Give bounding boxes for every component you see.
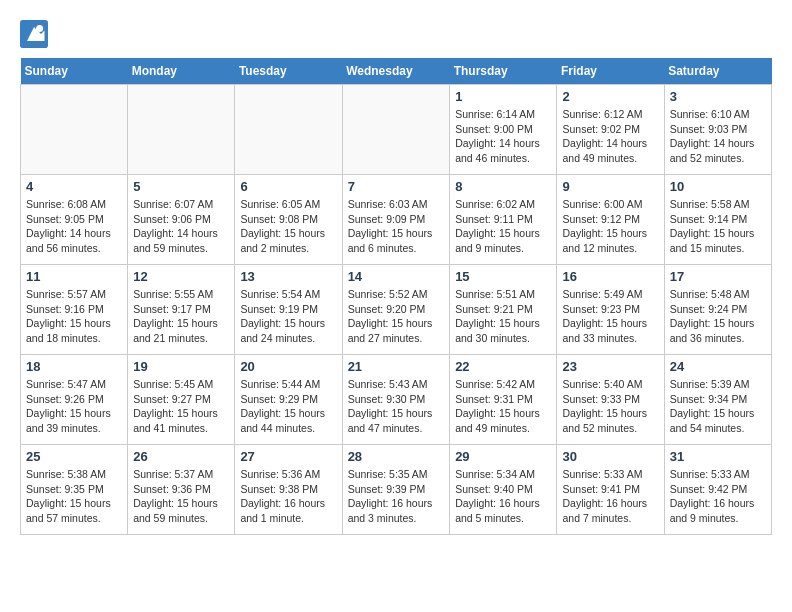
day-info: Sunrise: 6:08 AM Sunset: 9:05 PM Dayligh… <box>26 197 122 256</box>
day-info: Sunrise: 5:45 AM Sunset: 9:27 PM Dayligh… <box>133 377 229 436</box>
day-number: 3 <box>670 89 766 104</box>
day-info: Sunrise: 6:03 AM Sunset: 9:09 PM Dayligh… <box>348 197 445 256</box>
day-number: 21 <box>348 359 445 374</box>
day-info: Sunrise: 5:36 AM Sunset: 9:38 PM Dayligh… <box>240 467 336 526</box>
day-info: Sunrise: 5:35 AM Sunset: 9:39 PM Dayligh… <box>348 467 445 526</box>
day-number: 13 <box>240 269 336 284</box>
column-header-monday: Monday <box>128 58 235 85</box>
day-number: 20 <box>240 359 336 374</box>
calendar-cell: 17Sunrise: 5:48 AM Sunset: 9:24 PM Dayli… <box>664 265 771 355</box>
day-info: Sunrise: 5:57 AM Sunset: 9:16 PM Dayligh… <box>26 287 122 346</box>
day-info: Sunrise: 5:54 AM Sunset: 9:19 PM Dayligh… <box>240 287 336 346</box>
day-number: 9 <box>562 179 658 194</box>
day-number: 22 <box>455 359 551 374</box>
day-info: Sunrise: 5:39 AM Sunset: 9:34 PM Dayligh… <box>670 377 766 436</box>
day-number: 7 <box>348 179 445 194</box>
day-number: 11 <box>26 269 122 284</box>
column-header-saturday: Saturday <box>664 58 771 85</box>
day-info: Sunrise: 5:40 AM Sunset: 9:33 PM Dayligh… <box>562 377 658 436</box>
day-number: 28 <box>348 449 445 464</box>
calendar-cell: 20Sunrise: 5:44 AM Sunset: 9:29 PM Dayli… <box>235 355 342 445</box>
calendar-cell: 6Sunrise: 6:05 AM Sunset: 9:08 PM Daylig… <box>235 175 342 265</box>
day-info: Sunrise: 6:14 AM Sunset: 9:00 PM Dayligh… <box>455 107 551 166</box>
day-info: Sunrise: 5:33 AM Sunset: 9:41 PM Dayligh… <box>562 467 658 526</box>
day-info: Sunrise: 6:02 AM Sunset: 9:11 PM Dayligh… <box>455 197 551 256</box>
day-number: 19 <box>133 359 229 374</box>
day-number: 29 <box>455 449 551 464</box>
calendar-cell: 13Sunrise: 5:54 AM Sunset: 9:19 PM Dayli… <box>235 265 342 355</box>
calendar-week-row: 25Sunrise: 5:38 AM Sunset: 9:35 PM Dayli… <box>21 445 772 535</box>
day-info: Sunrise: 5:52 AM Sunset: 9:20 PM Dayligh… <box>348 287 445 346</box>
calendar-cell: 15Sunrise: 5:51 AM Sunset: 9:21 PM Dayli… <box>450 265 557 355</box>
column-header-thursday: Thursday <box>450 58 557 85</box>
day-info: Sunrise: 6:12 AM Sunset: 9:02 PM Dayligh… <box>562 107 658 166</box>
calendar-cell <box>342 85 450 175</box>
day-number: 5 <box>133 179 229 194</box>
calendar-cell: 25Sunrise: 5:38 AM Sunset: 9:35 PM Dayli… <box>21 445 128 535</box>
day-number: 15 <box>455 269 551 284</box>
calendar-week-row: 1Sunrise: 6:14 AM Sunset: 9:00 PM Daylig… <box>21 85 772 175</box>
day-info: Sunrise: 5:43 AM Sunset: 9:30 PM Dayligh… <box>348 377 445 436</box>
day-number: 24 <box>670 359 766 374</box>
calendar-table: SundayMondayTuesdayWednesdayThursdayFrid… <box>20 58 772 535</box>
day-info: Sunrise: 5:38 AM Sunset: 9:35 PM Dayligh… <box>26 467 122 526</box>
day-number: 30 <box>562 449 658 464</box>
day-info: Sunrise: 6:10 AM Sunset: 9:03 PM Dayligh… <box>670 107 766 166</box>
day-number: 2 <box>562 89 658 104</box>
day-info: Sunrise: 5:44 AM Sunset: 9:29 PM Dayligh… <box>240 377 336 436</box>
day-number: 4 <box>26 179 122 194</box>
calendar-cell: 28Sunrise: 5:35 AM Sunset: 9:39 PM Dayli… <box>342 445 450 535</box>
calendar-cell: 19Sunrise: 5:45 AM Sunset: 9:27 PM Dayli… <box>128 355 235 445</box>
day-info: Sunrise: 6:05 AM Sunset: 9:08 PM Dayligh… <box>240 197 336 256</box>
day-number: 31 <box>670 449 766 464</box>
calendar-cell: 23Sunrise: 5:40 AM Sunset: 9:33 PM Dayli… <box>557 355 664 445</box>
calendar-cell: 9Sunrise: 6:00 AM Sunset: 9:12 PM Daylig… <box>557 175 664 265</box>
calendar-cell: 10Sunrise: 5:58 AM Sunset: 9:14 PM Dayli… <box>664 175 771 265</box>
day-number: 14 <box>348 269 445 284</box>
day-info: Sunrise: 5:58 AM Sunset: 9:14 PM Dayligh… <box>670 197 766 256</box>
day-number: 16 <box>562 269 658 284</box>
day-number: 6 <box>240 179 336 194</box>
calendar-header-row: SundayMondayTuesdayWednesdayThursdayFrid… <box>21 58 772 85</box>
calendar-cell: 3Sunrise: 6:10 AM Sunset: 9:03 PM Daylig… <box>664 85 771 175</box>
calendar-cell <box>21 85 128 175</box>
logo-icon <box>20 20 48 48</box>
calendar-cell: 26Sunrise: 5:37 AM Sunset: 9:36 PM Dayli… <box>128 445 235 535</box>
calendar-cell: 27Sunrise: 5:36 AM Sunset: 9:38 PM Dayli… <box>235 445 342 535</box>
calendar-cell: 11Sunrise: 5:57 AM Sunset: 9:16 PM Dayli… <box>21 265 128 355</box>
day-info: Sunrise: 5:34 AM Sunset: 9:40 PM Dayligh… <box>455 467 551 526</box>
day-number: 18 <box>26 359 122 374</box>
day-number: 25 <box>26 449 122 464</box>
column-header-friday: Friday <box>557 58 664 85</box>
day-info: Sunrise: 5:37 AM Sunset: 9:36 PM Dayligh… <box>133 467 229 526</box>
day-info: Sunrise: 5:47 AM Sunset: 9:26 PM Dayligh… <box>26 377 122 436</box>
calendar-cell: 31Sunrise: 5:33 AM Sunset: 9:42 PM Dayli… <box>664 445 771 535</box>
calendar-cell: 2Sunrise: 6:12 AM Sunset: 9:02 PM Daylig… <box>557 85 664 175</box>
day-info: Sunrise: 5:55 AM Sunset: 9:17 PM Dayligh… <box>133 287 229 346</box>
column-header-wednesday: Wednesday <box>342 58 450 85</box>
calendar-cell <box>235 85 342 175</box>
day-number: 26 <box>133 449 229 464</box>
calendar-cell <box>128 85 235 175</box>
day-info: Sunrise: 5:49 AM Sunset: 9:23 PM Dayligh… <box>562 287 658 346</box>
calendar-cell: 8Sunrise: 6:02 AM Sunset: 9:11 PM Daylig… <box>450 175 557 265</box>
calendar-cell: 5Sunrise: 6:07 AM Sunset: 9:06 PM Daylig… <box>128 175 235 265</box>
day-number: 1 <box>455 89 551 104</box>
calendar-cell: 22Sunrise: 5:42 AM Sunset: 9:31 PM Dayli… <box>450 355 557 445</box>
calendar-cell: 29Sunrise: 5:34 AM Sunset: 9:40 PM Dayli… <box>450 445 557 535</box>
day-number: 8 <box>455 179 551 194</box>
column-header-tuesday: Tuesday <box>235 58 342 85</box>
column-header-sunday: Sunday <box>21 58 128 85</box>
day-number: 23 <box>562 359 658 374</box>
day-number: 10 <box>670 179 766 194</box>
calendar-week-row: 18Sunrise: 5:47 AM Sunset: 9:26 PM Dayli… <box>21 355 772 445</box>
day-info: Sunrise: 5:51 AM Sunset: 9:21 PM Dayligh… <box>455 287 551 346</box>
svg-point-2 <box>36 25 43 32</box>
logo <box>20 20 52 48</box>
day-info: Sunrise: 5:48 AM Sunset: 9:24 PM Dayligh… <box>670 287 766 346</box>
calendar-cell: 4Sunrise: 6:08 AM Sunset: 9:05 PM Daylig… <box>21 175 128 265</box>
calendar-week-row: 4Sunrise: 6:08 AM Sunset: 9:05 PM Daylig… <box>21 175 772 265</box>
calendar-cell: 21Sunrise: 5:43 AM Sunset: 9:30 PM Dayli… <box>342 355 450 445</box>
day-number: 27 <box>240 449 336 464</box>
calendar-cell: 24Sunrise: 5:39 AM Sunset: 9:34 PM Dayli… <box>664 355 771 445</box>
